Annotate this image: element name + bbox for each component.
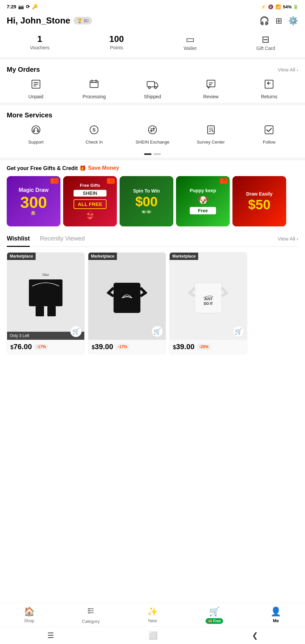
orders-view-all[interactable]: View All › [278, 67, 298, 72]
order-processing[interactable]: Processing [65, 79, 124, 99]
review-icon [182, 79, 240, 92]
returns-icon [240, 79, 298, 92]
svg-rect-14 [265, 80, 273, 88]
coins-badge[interactable]: 🏆 $0 [74, 17, 92, 24]
promo-puppy-keep[interactable]: Puppy keep 🐶 Free 🚩 [176, 176, 230, 226]
order-unpaid[interactable]: Unpaid [7, 79, 65, 99]
add-to-cart-1[interactable]: 🛒 [70, 326, 82, 337]
svg-point-20 [148, 126, 157, 134]
me-label: Me [273, 618, 279, 623]
nav-me[interactable]: 👤 Me [270, 606, 281, 624]
back-button[interactable]: ❮ [252, 631, 258, 640]
nav-category[interactable]: Category [82, 606, 100, 624]
points-stat[interactable]: 100 Points [109, 34, 124, 51]
svg-rect-28 [47, 306, 56, 316]
recent-apps-button[interactable]: ☰ [47, 631, 54, 640]
wallet-stat[interactable]: ▭ Wallet [184, 34, 197, 51]
product-image-2: Marketplace 🛒 [88, 253, 166, 340]
services-pagination [0, 153, 305, 155]
product-price-3: $39.00 -20% [170, 340, 247, 354]
tab-wishlist[interactable]: Wishlist [7, 231, 30, 246]
product-card-1: Marketplace Nike Only 3 Left 🛒 $76.00 -1… [7, 252, 85, 354]
processing-label: Processing [65, 94, 124, 99]
vouchers-count: 1 [30, 34, 49, 44]
marketplace-badge-3: Marketplace [170, 253, 198, 260]
promo-spin-win[interactable]: Spin To Win $00 💵💵 [120, 176, 173, 226]
service-support[interactable]: Support [7, 124, 65, 145]
service-check-in[interactable]: S Check In [65, 124, 124, 145]
nav-shop[interactable]: 🏠 Shop [24, 606, 35, 624]
check-in-icon: S [65, 124, 124, 138]
check-in-label: Check In [65, 140, 124, 145]
order-review[interactable]: Review [182, 79, 240, 99]
product-card-3: Marketplace JUST DO IT 🛒 $39.00 -20% [169, 252, 247, 354]
svg-point-38 [88, 610, 90, 611]
wallet-label: Wallet [184, 46, 197, 51]
coins-icon: 🏆 [77, 18, 82, 23]
gift-card-stat[interactable]: ⊟ Gift Card [256, 34, 275, 51]
gifts-banner[interactable]: Get your Free Gifts & Credit 🎁 Save Mone… [0, 160, 305, 176]
follow-icon [240, 124, 298, 138]
home-button[interactable]: ⬜ [148, 631, 158, 640]
gifts-text: Get your Free Gifts & Credit 🎁 [7, 165, 86, 171]
points-label: Points [109, 45, 124, 50]
time-display: 7:29 [7, 4, 16, 9]
dot-2 [154, 153, 161, 155]
coins-amount: $0 [84, 18, 88, 23]
services-title: More Services [7, 111, 52, 119]
order-returns[interactable]: Returns [240, 79, 298, 99]
wishlist-section: Wishlist Recently Viewed View All › [0, 231, 305, 247]
svg-text:Nike: Nike [42, 273, 49, 277]
nav-cart[interactable]: 🛒 🚚 Free [206, 606, 223, 624]
price-amount-1: $76.00 [10, 342, 32, 351]
svg-rect-26 [29, 279, 62, 306]
support-icon [7, 124, 65, 138]
order-shipped[interactable]: Shipped [123, 79, 182, 99]
system-bar: ☰ ⬜ ❮ [0, 627, 305, 644]
shipped-icon [123, 79, 182, 92]
mute-icon: 🔇 [268, 4, 273, 9]
product-image-3: Marketplace JUST DO IT 🛒 [170, 253, 247, 340]
service-survey-center[interactable]: Survey Center [182, 124, 240, 145]
orders-grid: Unpaid Processing Shipped Review Returns [7, 79, 298, 99]
follow-label: Follow [240, 140, 298, 145]
save-money-text: Save Money [88, 165, 119, 171]
orders-title: My Orders [7, 66, 40, 73]
greeting-text: Hi, John_Stone [7, 15, 70, 26]
vouchers-stat[interactable]: 1 Vouchers [30, 34, 49, 51]
section-divider-1 [0, 103, 305, 105]
promo-magic-draw[interactable]: Magic Draw 300 🎰 🚩 [7, 176, 60, 226]
add-to-cart-3[interactable]: 🛒 [233, 326, 244, 337]
processing-icon [65, 79, 124, 92]
discount-badge-3: -20% [197, 344, 211, 350]
wishlist-view-all[interactable]: View All › [278, 236, 298, 241]
shop-label: Shop [24, 618, 34, 623]
profile-header: Hi, John_Stone 🏆 $0 🎧 ⊞ ⚙️ [0, 12, 305, 31]
my-orders-section: My Orders View All › Unpaid Processing S… [0, 60, 305, 103]
promo-free-gifts[interactable]: Free Gifts SHEIN ALL FREE 👙 🚩 [63, 176, 117, 226]
headset-icon[interactable]: 🎧 [259, 16, 269, 25]
tab-recently-viewed[interactable]: Recently Viewed [40, 231, 85, 246]
wifi-icon: 📶 [275, 4, 281, 9]
svg-rect-27 [36, 306, 44, 316]
add-to-cart-2[interactable]: 🛒 [151, 326, 163, 337]
survey-center-icon [182, 124, 240, 138]
shein-exchange-label: SHEIN Exchange [123, 140, 182, 145]
service-follow[interactable]: Follow [240, 124, 298, 145]
wallet-icon: ▭ [184, 34, 197, 45]
promo-cards-scroll[interactable]: Magic Draw 300 🎰 🚩 Free Gifts SHEIN ALL … [0, 176, 305, 231]
unpaid-label: Unpaid [7, 94, 65, 99]
settings-icon[interactable]: ⚙️ [288, 16, 298, 25]
promo-draw-easily[interactable]: Draw Easily $50 [232, 176, 286, 226]
bottom-nav: 🏠 Shop Category ✨ New 🛒 🚚 Free 👤 Me [0, 603, 305, 627]
nav-new[interactable]: ✨ New [147, 606, 158, 624]
free-gifts-badge: 🚩 [107, 178, 115, 184]
magic-draw-badge: 🚩 [50, 178, 58, 184]
scan-icon[interactable]: ⊞ [275, 16, 282, 25]
free-badge: 🚚 Free [206, 618, 223, 624]
service-shein-exchange[interactable]: SHEIN Exchange [123, 124, 182, 145]
svg-text:JUST: JUST [204, 297, 213, 301]
svg-rect-30 [114, 283, 140, 313]
review-label: Review [182, 94, 240, 99]
product-price-2: $39.00 -17% [88, 340, 166, 354]
